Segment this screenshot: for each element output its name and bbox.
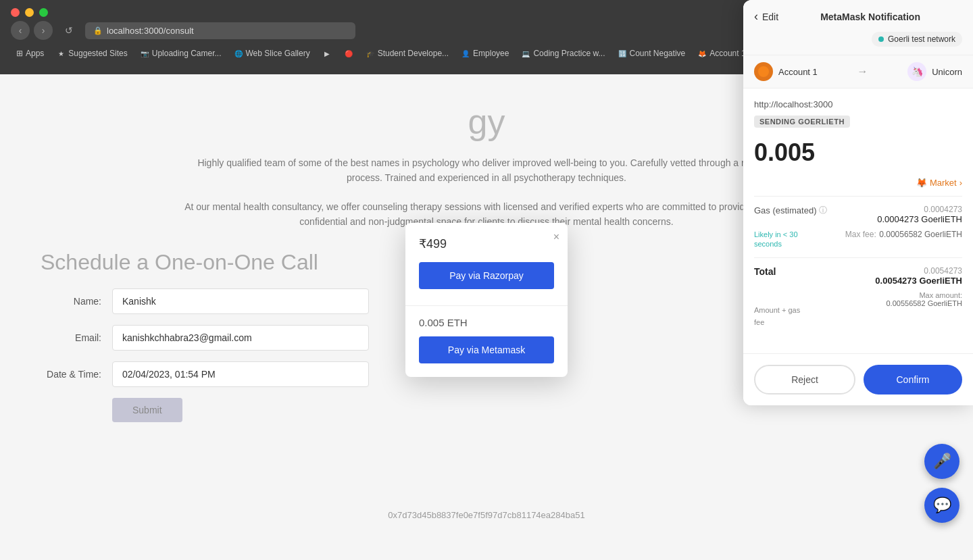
gas-info-icon[interactable]: ⓘ — [819, 205, 827, 216]
payment-modal: × ₹499 Pay via Razorpay 0.005 ETH Pay vi… — [405, 223, 568, 377]
mm-back-button[interactable]: ‹ Edit — [754, 9, 778, 24]
name-row: Name: — [41, 288, 446, 314]
bookmark-favicon: 💻 — [521, 49, 530, 58]
bookmark-label: Account 1 — [709, 49, 745, 58]
mm-to-account: 🦄 Unicorn — [907, 62, 962, 81]
name-input[interactable] — [112, 288, 369, 314]
mm-max-fee-value: 0.00056582 GoerliETH — [879, 230, 962, 242]
bookmark-label: Employee — [473, 49, 509, 58]
mm-origin: http://localhost:3000 — [754, 99, 962, 109]
email-input[interactable] — [112, 325, 369, 351]
forward-button[interactable]: › — [34, 21, 53, 40]
mm-header: ‹ Edit MetaMask Notification Goerli test… — [743, 0, 973, 55]
bookmark-red[interactable]: 🔴 — [339, 47, 359, 60]
mm-gas-small: 0.0004273 — [877, 205, 962, 214]
bookmark-label: Count Negative — [630, 49, 686, 58]
mm-total-value-group: 0.0054273 0.0054273 GoerliETH — [875, 266, 962, 286]
address-bar[interactable]: 🔒 localhost:3000/consult — [85, 22, 355, 39]
mm-total-section: Total 0.0054273 0.0054273 GoerliETH Amou… — [754, 257, 962, 328]
mm-amount: 0.005 — [754, 138, 962, 167]
bookmark-web-slice[interactable]: 🌐 Web Slice Gallery — [228, 47, 316, 60]
mm-reject-button[interactable]: Reject — [754, 365, 855, 394]
submit-button[interactable]: Submit — [112, 398, 182, 422]
datetime-row: Date & Time: — [41, 361, 446, 387]
mm-max-amount-value: 0.00556582 GoerliETH — [886, 299, 962, 307]
lock-icon: 🔒 — [93, 26, 103, 35]
pay-metamask-button[interactable]: Pay via Metamask — [419, 336, 554, 363]
mm-network-badge[interactable]: Goerli test network — [872, 32, 962, 47]
apps-bookmark[interactable]: ⊞ Apps — [11, 47, 49, 60]
back-button[interactable]: ‹ — [11, 21, 30, 40]
mm-title-row: ‹ Edit MetaMask Notification — [754, 9, 962, 24]
nav-arrows: ‹ › — [11, 21, 53, 40]
bookmark-coding[interactable]: 💻 Coding Practice w... — [516, 47, 610, 60]
fullscreen-traffic-light[interactable] — [39, 8, 48, 17]
mm-max-fee-label: Max fee: — [845, 230, 876, 242]
bookmark-account[interactable]: 🦊 Account 1 — [692, 47, 751, 60]
network-status-dot — [878, 36, 884, 42]
network-name: Goerli test network — [888, 34, 955, 44]
metamask-fox-icon: 🦊 — [916, 178, 927, 188]
mm-market-row: 🦊 Market › — [754, 178, 962, 188]
bookmark-label: Coding Practice w... — [533, 49, 605, 58]
bookmark-label: Suggested Sites — [68, 49, 127, 58]
bookmark-favicon: 🔴 — [344, 49, 353, 58]
bookmark-count[interactable]: 🔢 Count Negative — [612, 47, 691, 60]
mm-confirm-button[interactable]: Confirm — [864, 365, 962, 394]
bookmark-favicon: ★ — [56, 49, 66, 58]
bookmark-favicon: 🎓 — [366, 49, 375, 58]
mm-gas-main: 0.0004273 GoerliETH — [877, 214, 962, 224]
bookmark-favicon: ▶ — [322, 49, 332, 58]
datetime-input[interactable] — [112, 361, 369, 387]
mm-window-title: MetaMask Notification — [778, 11, 962, 22]
market-label: Market — [930, 178, 957, 188]
bookmark-play[interactable]: ▶ — [317, 47, 337, 60]
eth-amount: 0.005 ETH — [419, 317, 554, 328]
modal-price: ₹499 — [419, 236, 554, 251]
mm-transfer-arrow-icon: → — [857, 66, 868, 78]
metamask-panel: ‹ Edit MetaMask Notification Goerli test… — [743, 0, 973, 405]
mm-gas-section: Gas (estimated) ⓘ 0.0004273 0.0004273 Go… — [754, 196, 962, 252]
mm-gas-label: Gas (estimated) ⓘ — [754, 205, 827, 216]
mm-from-account-name: Account 1 — [778, 67, 818, 77]
chat-icon: 💬 — [933, 497, 951, 514]
page-desc-1: Highly qualified team of some of the bes… — [182, 155, 791, 186]
mm-likely-time: Likely in < 30 seconds — [754, 230, 798, 249]
datetime-label: Date & Time: — [41, 369, 101, 380]
mic-icon: 🎤 — [933, 453, 951, 470]
bookmark-student[interactable]: 🎓 Student Develope... — [360, 47, 454, 60]
bookmark-favicon: 📷 — [140, 49, 149, 58]
bookmark-favicon: 👤 — [461, 49, 470, 58]
mm-gas-row: Gas (estimated) ⓘ 0.0004273 0.0004273 Go… — [754, 205, 962, 224]
pay-razorpay-button[interactable]: Pay via Razorpay — [419, 262, 554, 289]
mm-total-main: 0.0054273 GoerliETH — [875, 276, 962, 286]
bookmark-suggested-sites[interactable]: ★ Suggested Sites — [51, 47, 132, 60]
refresh-button[interactable]: ↺ — [61, 22, 77, 39]
fab-mic-button[interactable]: 🎤 — [924, 444, 959, 479]
bookmark-favicon: 🌐 — [234, 49, 243, 58]
mm-from-account-icon — [754, 62, 773, 81]
mm-total-label: Total — [754, 266, 776, 277]
name-label: Name: — [41, 296, 101, 307]
bookmark-employee[interactable]: 👤 Name: Employee — [455, 47, 514, 60]
schedule-form: Name: Email: Date & Time: Submit — [41, 288, 446, 422]
back-chevron-icon: ‹ — [754, 9, 758, 24]
mm-max-amount-label: Max amount: — [886, 291, 962, 299]
mm-accounts-row: Account 1 → 🦄 Unicorn — [743, 55, 973, 88]
mm-body: http://localhost:3000 SENDING GOERLIETH … — [743, 88, 973, 372]
mm-max-fee-row: Max fee: 0.00056582 GoerliETH — [845, 230, 962, 242]
bookmark-label: Uploading Camer... — [152, 49, 222, 58]
minimize-traffic-light[interactable] — [25, 8, 34, 17]
mm-market-link[interactable]: 🦊 Market › — [916, 178, 962, 188]
mm-to-account-icon: 🦄 — [907, 62, 926, 81]
mm-footer: Reject Confirm — [743, 353, 973, 405]
fab-chat-button[interactable]: 💬 — [924, 488, 959, 523]
mm-amount-gas-label: Amount + gas fee — [754, 306, 800, 326]
mm-from-account: Account 1 — [754, 62, 818, 81]
close-traffic-light[interactable] — [11, 8, 20, 17]
apps-icon: ⊞ — [16, 49, 23, 58]
url-text: localhost:3000/consult — [107, 26, 194, 36]
bookmark-uploading[interactable]: 📷 Uploading Camer... — [134, 47, 227, 60]
mm-to-account-name: Unicorn — [932, 67, 962, 77]
modal-close-button[interactable]: × — [553, 231, 559, 243]
